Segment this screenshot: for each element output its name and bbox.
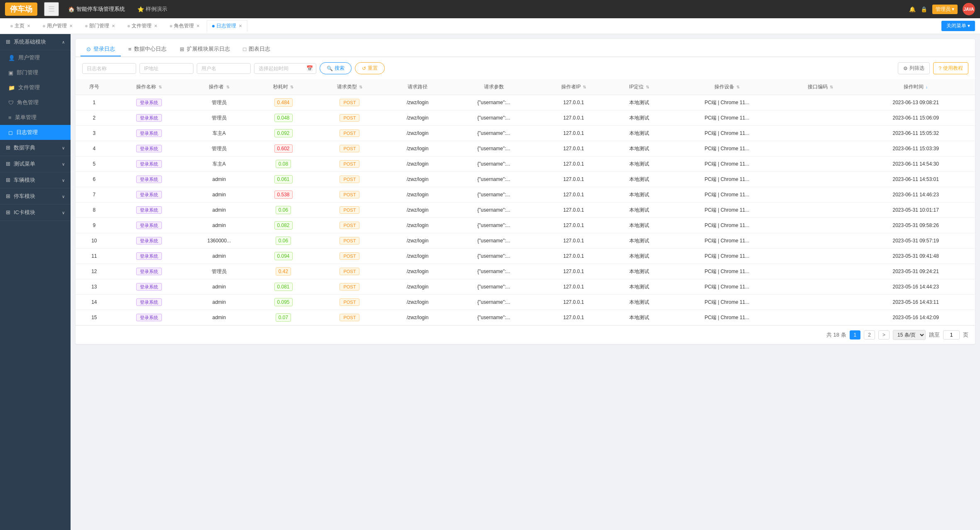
page-tab-user[interactable]: 用户管理 ✕	[37, 20, 78, 32]
cell-iploc: 本地测试	[609, 156, 670, 172]
cell-opip: 127.0.0.1	[538, 295, 609, 310]
grid-icon5: ⊞	[6, 193, 10, 199]
page-btn-1[interactable]: 1	[850, 330, 861, 339]
cell-reqtype: POST	[314, 95, 386, 110]
cell-operator: admin	[185, 172, 253, 187]
hamburger-button[interactable]: ☰	[44, 2, 59, 16]
star-icon: ⭐	[137, 6, 144, 12]
cell-operator: 管理员	[185, 264, 253, 279]
close-tab-icon[interactable]: ✕	[239, 24, 242, 28]
tutorial-button[interactable]: ? 使用教程	[933, 62, 968, 74]
table-row: 4 登录系统 管理员 0.602 POST /zwz/login {"usern…	[76, 141, 975, 156]
cell-ms: 0.538	[253, 187, 313, 203]
sub-tab-login-log[interactable]: ⊙ 登录日志	[81, 42, 121, 56]
page-size-select[interactable]: 15 条/页	[893, 330, 926, 340]
sidebar-item-log[interactable]: ◻ 日志管理	[0, 125, 71, 140]
sub-tab-datacenter-log[interactable]: ≡ 数据中心日志	[122, 42, 172, 56]
goto-input[interactable]	[943, 330, 960, 339]
cell-opip: 127.0.0.1	[538, 249, 609, 264]
goto-label: 跳至	[929, 331, 940, 339]
cell-opip: 127.0.0.1	[538, 156, 609, 172]
table-row: 2 登录系统 管理员 0.048 POST /zwz/login {"usern…	[76, 110, 975, 126]
cell-opname: 登录系统	[113, 203, 186, 218]
cell-params: {"username":...	[450, 156, 538, 172]
main-layout: ⊞系统基础模块 ∧ 👤 用户管理 ▣ 部门管理 📁 文件管理 🛡 角色管理 ≡ …	[0, 34, 980, 530]
sort-icon8[interactable]: ⇅	[830, 85, 833, 89]
sub-tab-chart-log[interactable]: □ 图表日志	[237, 42, 276, 56]
sidebar-section-basic[interactable]: ⊞系统基础模块 ∧	[0, 34, 71, 50]
cell-operator: admin	[185, 187, 253, 203]
sidebar: ⊞系统基础模块 ∧ 👤 用户管理 ▣ 部门管理 📁 文件管理 🛡 角色管理 ≡ …	[0, 34, 71, 530]
cell-opname: 登录系统	[113, 110, 186, 126]
sidebar-item-role[interactable]: 🛡 角色管理	[0, 95, 71, 110]
tab-dot	[170, 25, 172, 27]
sidebar-item-menu[interactable]: ≡ 菜单管理	[0, 110, 71, 125]
cell-path: /zwz/login	[386, 95, 450, 110]
cell-id: 8	[76, 203, 113, 218]
date-input[interactable]	[254, 63, 316, 74]
cell-path: /zwz/login	[386, 249, 450, 264]
close-tab-icon[interactable]: ✕	[196, 24, 200, 28]
cell-iploc: 本地测试	[609, 172, 670, 187]
page-btn-2[interactable]: 2	[864, 330, 875, 339]
cell-device: PC端 | Chrome 11...	[670, 264, 784, 279]
cell-code	[784, 126, 856, 141]
username-input[interactable]	[197, 63, 251, 74]
sort-icon7[interactable]: ⇅	[736, 85, 740, 89]
col-filter-button[interactable]: ⚙ 列筛选	[898, 62, 930, 74]
lock-icon[interactable]: 🔒	[921, 6, 927, 12]
close-tab-icon[interactable]: ✕	[112, 24, 115, 28]
notification-icon[interactable]: 🔔	[909, 6, 916, 12]
datacenter-icon: ≡	[128, 46, 132, 52]
sidebar-section-dict[interactable]: ⊞数据字典 ∨	[0, 140, 71, 156]
page-tab-home[interactable]: 主页 ✕	[5, 20, 36, 32]
cell-time: 2023-06-13 09:08:21	[856, 95, 975, 110]
cell-path: /zwz/login	[386, 233, 450, 249]
avatar[interactable]: JAVA	[963, 3, 975, 15]
close-tab-icon[interactable]: ✕	[69, 24, 73, 28]
reset-button[interactable]: ↺ 重置	[355, 62, 385, 74]
table-row: 13 登录系统 admin 0.081 POST /zwz/login {"us…	[76, 279, 975, 295]
sub-tab-extend-log[interactable]: ⊞ 扩展模块展示日志	[174, 42, 236, 56]
nav-tab-home[interactable]: 🏠 智能停车场管理系统	[62, 3, 131, 15]
sidebar-section-test[interactable]: ⊞测试菜单 ∨	[0, 156, 71, 172]
page-tab-role[interactable]: 角色管理 ✕	[164, 20, 205, 32]
sort-icon9[interactable]: ↓	[926, 85, 928, 89]
search-button[interactable]: 🔍 搜索	[320, 62, 352, 74]
sort-icon[interactable]: ⇅	[159, 85, 162, 89]
close-menu-button[interactable]: 关闭菜单 ▾	[941, 21, 975, 31]
cell-ms: 0.602	[253, 141, 313, 156]
sort-icon2[interactable]: ⇅	[226, 85, 230, 89]
close-tab-icon[interactable]: ✕	[27, 24, 30, 28]
close-tab-icon[interactable]: ✕	[154, 24, 157, 28]
sort-icon5[interactable]: ⇅	[583, 85, 586, 89]
log-name-input[interactable]	[82, 63, 136, 74]
cell-operator: 1360000...	[185, 233, 253, 249]
page-tab-dept[interactable]: 部门管理 ✕	[80, 20, 120, 32]
cell-opname: 登录系统	[113, 249, 186, 264]
sidebar-section-ic[interactable]: ⊞IC卡模块 ∨	[0, 205, 71, 221]
cell-ms: 0.081	[253, 279, 313, 295]
ip-input[interactable]	[139, 63, 193, 74]
page-next-btn[interactable]: >	[878, 330, 890, 339]
question-icon: ?	[938, 66, 941, 71]
page-tab-log[interactable]: 日志管理 ✕	[207, 20, 247, 32]
sidebar-item-user[interactable]: 👤 用户管理	[0, 50, 71, 65]
page-tab-file[interactable]: 文件管理 ✕	[122, 20, 163, 32]
cell-params: {"username":...	[450, 187, 538, 203]
cell-id: 4	[76, 141, 113, 156]
sidebar-item-dept[interactable]: ▣ 部门管理	[0, 65, 71, 80]
table-row: 15 登录系统 admin 0.07 POST /zwz/login {"use…	[76, 310, 975, 325]
sidebar-item-file[interactable]: 📁 文件管理	[0, 80, 71, 95]
nav-tab-demo[interactable]: ⭐ 样例演示	[132, 3, 173, 15]
cell-ms: 0.092	[253, 126, 313, 141]
login-log-icon: ⊙	[86, 46, 91, 52]
sort-icon4[interactable]: ⇅	[359, 85, 362, 89]
col-opname: 操作名称 ⇅	[113, 79, 186, 95]
sort-icon3[interactable]: ⇅	[290, 85, 293, 89]
cell-params: {"username":...	[450, 279, 538, 295]
sort-icon6[interactable]: ⇅	[646, 85, 649, 89]
sidebar-section-parking[interactable]: ⊞停车模块 ∨	[0, 188, 71, 205]
admin-label[interactable]: 管理员 ▾	[932, 5, 958, 14]
sidebar-section-vehicle[interactable]: ⊞车辆模块 ∨	[0, 172, 71, 188]
